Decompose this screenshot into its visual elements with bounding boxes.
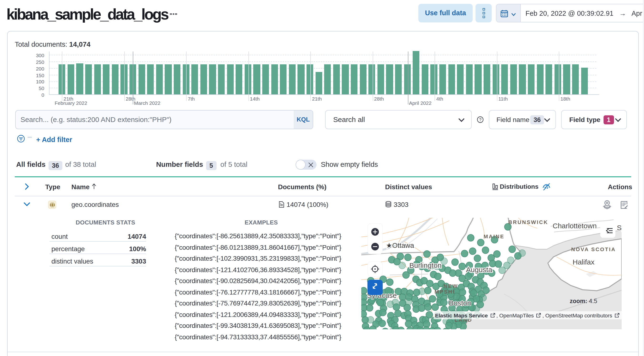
svg-text:Sy: Sy xyxy=(617,224,622,232)
svg-text:MAINE: MAINE xyxy=(484,234,504,240)
svg-text:Halifax: Halifax xyxy=(572,258,594,266)
svg-text:?: ? xyxy=(479,117,482,122)
svg-text:Boston: Boston xyxy=(449,299,471,307)
svg-text:BRUNSWICK: BRUNSWICK xyxy=(508,219,548,225)
svg-text:Burlington: Burlington xyxy=(409,261,442,269)
svg-text:Charlottetown: Charlottetown xyxy=(552,222,597,230)
svg-text:MPSHI: MPSHI xyxy=(434,289,455,295)
svg-text:NOVA SCOTIA: NOVA SCOTIA xyxy=(571,246,616,252)
svg-text:Augusta: Augusta xyxy=(466,266,492,274)
svg-text:NEW: NEW xyxy=(444,283,458,289)
svg-text:★Ottawa: ★Ottawa xyxy=(386,242,414,249)
svg-text:zoom: 4.5: zoom: 4.5 xyxy=(570,298,597,304)
